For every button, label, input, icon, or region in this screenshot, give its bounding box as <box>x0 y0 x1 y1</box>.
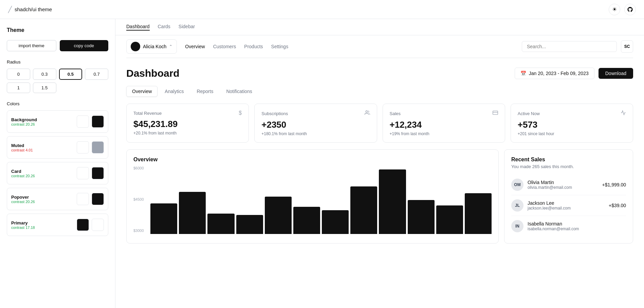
activity-icon <box>621 110 626 117</box>
copy-code-button[interactable]: copy code <box>60 40 109 51</box>
dashboard-area: Alicia Koch ⌃ Overview Customers Product… <box>115 35 644 254</box>
sc-button[interactable]: SC <box>621 40 633 53</box>
color-contrast-card: contrast 20.26 <box>11 174 35 178</box>
stat-card-header-revenue: Total Revenue $ <box>133 110 242 116</box>
chart-bar-2 <box>207 214 234 234</box>
nav-bar: Alicia Koch ⌃ Overview Customers Product… <box>126 35 633 58</box>
nav-link-customers[interactable]: Customers <box>213 44 236 49</box>
chevron-down-icon: ⌃ <box>169 44 172 49</box>
dashboard-title: Dashboard <box>126 68 180 79</box>
import-theme-button[interactable]: import theme <box>7 40 56 51</box>
swatch-white-primary[interactable] <box>92 219 104 231</box>
credit-card-icon <box>493 110 498 117</box>
topbar-right: ☀ <box>609 4 636 15</box>
chart-bar-6 <box>322 210 349 234</box>
dollar-icon: $ <box>239 110 242 116</box>
overview-chart-title: Overview <box>133 157 492 163</box>
swatch-white-muted[interactable] <box>77 141 89 153</box>
chart-bars <box>150 166 492 234</box>
sale-amount-2: +$39.00 <box>609 203 626 208</box>
svg-point-0 <box>366 111 367 112</box>
users-icon <box>365 110 370 117</box>
stat-card-subscriptions: Subscriptions +2350 +180.1% from last mo… <box>254 104 377 143</box>
nav-left: Alicia Koch ⌃ Overview Customers Product… <box>126 39 288 54</box>
swatch-white-popover[interactable] <box>77 193 89 205</box>
swatch-black-card[interactable] <box>92 167 104 179</box>
user-name-label: Alicia Koch <box>143 44 166 49</box>
overview-chart-card: Overview $6000 $4500 $3000 <box>126 149 499 243</box>
stat-value-sales: +12,234 <box>390 120 498 130</box>
calendar-icon: 📅 <box>520 71 526 76</box>
chart-bar-9 <box>408 200 435 234</box>
sale-row-3: IN Isabella Norman isabella.norman@email… <box>511 216 626 236</box>
tab-dashboard[interactable]: Dashboard <box>126 24 150 31</box>
date-range-picker[interactable]: 📅 Jan 20, 2023 - Feb 09, 2023 <box>515 68 594 79</box>
chart-bar-4 <box>265 197 292 234</box>
sub-tab-overview[interactable]: Overview <box>126 86 158 97</box>
sale-row-2: JL Jackson Lee jackson.lee@email.com +$3… <box>511 195 626 216</box>
nav-link-products[interactable]: Products <box>244 44 263 49</box>
swatch-black-background[interactable] <box>92 115 104 128</box>
dashboard-header: Dashboard 📅 Jan 20, 2023 - Feb 09, 2023 … <box>126 68 633 79</box>
app-logo: shadch/ui theme <box>15 6 52 12</box>
search-input[interactable] <box>522 41 617 52</box>
color-contrast-primary: contrast 17.18 <box>11 225 35 230</box>
github-button[interactable] <box>624 4 636 15</box>
stat-sub-subs: +180.1% from last month <box>261 131 370 136</box>
swatch-black-primary[interactable] <box>77 219 89 231</box>
nav-link-overview[interactable]: Overview <box>185 44 205 49</box>
radius-07[interactable]: 0.7 <box>85 69 108 80</box>
stat-card-header-sales: Sales <box>390 110 498 117</box>
color-row-popover: Popover contrast 20.26 <box>7 188 108 210</box>
stat-value-subs: +2350 <box>261 120 370 130</box>
stat-card-header-subs: Subscriptions <box>261 110 370 117</box>
color-swatches-card <box>77 167 104 179</box>
chart-y-labels: $6000 $4500 $3000 <box>133 166 144 234</box>
radius-0[interactable]: 0 <box>7 69 30 80</box>
sub-tab-notifications[interactable]: Notifications <box>220 86 258 97</box>
color-swatches-muted <box>77 141 104 153</box>
color-label-primary: Primary <box>11 220 35 225</box>
stat-card-sales: Sales +12,234 +19% from last month <box>383 104 505 143</box>
right-content: Dashboard Cards Sidebar Alicia Koch ⌃ Ov… <box>115 19 644 308</box>
color-swatches-primary <box>77 219 104 231</box>
y-label-3000: $3000 <box>133 229 144 233</box>
sale-info-2: Jackson Lee jackson.lee@email.com <box>528 200 571 211</box>
download-button[interactable]: Download <box>599 68 633 79</box>
user-selector[interactable]: Alicia Koch ⌃ <box>126 39 177 54</box>
color-row-primary: Primary contrast 17.18 <box>7 214 108 236</box>
radius-1[interactable]: 1 <box>7 83 30 93</box>
color-label-background: Background <box>11 117 37 122</box>
sale-avatar-1: OM <box>511 179 523 191</box>
sale-info-1: Olivia Martin olivia.martin@email.com <box>528 180 572 190</box>
swatch-white-card[interactable] <box>77 167 89 179</box>
recent-sales-title: Recent Sales <box>511 157 626 163</box>
sale-left-2: JL Jackson Lee jackson.lee@email.com <box>511 199 571 212</box>
slash-icon: ╱ <box>8 6 12 13</box>
main-layout: Theme import theme copy code Radius 0 0.… <box>0 19 644 308</box>
left-panel: Theme import theme copy code Radius 0 0.… <box>0 19 115 308</box>
swatch-black-popover[interactable] <box>92 193 104 205</box>
radius-05[interactable]: 0.5 <box>59 69 82 80</box>
color-contrast-muted: contrast 4.01 <box>11 148 33 152</box>
swatch-gray-muted[interactable] <box>92 141 104 153</box>
bottom-grid: Overview $6000 $4500 $3000 Recent Sales … <box>126 149 633 243</box>
stat-value-revenue: $45,231.89 <box>133 119 242 129</box>
color-row-muted: Muted contrast 4.01 <box>7 136 108 159</box>
stat-sub-active: +201 since last hour <box>518 131 626 136</box>
color-label-popover: Popover <box>11 195 35 200</box>
theme-toggle-button[interactable]: ☀ <box>609 4 620 15</box>
sub-tab-analytics[interactable]: Analytics <box>159 86 189 97</box>
radius-15[interactable]: 1.5 <box>33 83 56 93</box>
sale-amount-1: +$1,999.00 <box>602 182 626 187</box>
sub-tab-reports[interactable]: Reports <box>191 86 219 97</box>
color-label-muted: Muted <box>11 143 33 148</box>
radius-03[interactable]: 0.3 <box>33 69 56 80</box>
nav-link-settings[interactable]: Settings <box>271 44 289 49</box>
sub-tabs: Overview Analytics Reports Notifications <box>126 86 633 97</box>
chart-bar-5 <box>293 207 320 234</box>
tab-sidebar[interactable]: Sidebar <box>179 24 195 31</box>
topbar: ╱ shadch/ui theme ☀ <box>0 0 644 19</box>
tab-cards[interactable]: Cards <box>158 24 170 31</box>
swatch-white-background[interactable] <box>77 115 89 128</box>
